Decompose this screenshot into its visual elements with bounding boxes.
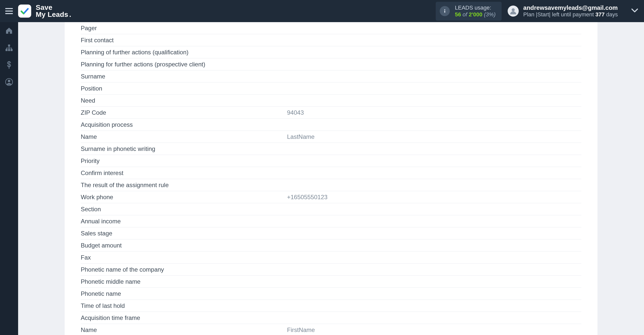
field-row[interactable]: Acquisition time frame (81, 312, 581, 324)
usage-limit: 2'000 (469, 11, 482, 18)
plan-middle: | left until payment (549, 11, 595, 18)
field-row[interactable]: Fax (81, 252, 581, 264)
svg-rect-9 (8, 49, 10, 51)
plan-name: Start (537, 11, 549, 18)
usage-line2: 56 of 2'000 (3%) (455, 11, 496, 18)
person-icon (509, 7, 517, 15)
brand-line1: Save (36, 4, 52, 11)
usage-current: 56 (455, 11, 461, 18)
svg-rect-7 (8, 45, 10, 47)
field-row[interactable]: Pager (81, 22, 581, 34)
sidebar (0, 22, 18, 335)
field-label: Fax (81, 254, 287, 261)
field-label: Acquisition time frame (81, 314, 287, 321)
field-row[interactable]: Work phone+16505550123 (81, 191, 581, 203)
field-row[interactable]: NameFirstName (81, 324, 581, 335)
field-value: LastName (287, 133, 581, 140)
field-label: Position (81, 85, 287, 92)
logo-mark (18, 5, 31, 18)
field-label: Priority (81, 157, 287, 164)
field-label: Annual income (81, 218, 287, 225)
info-icon (440, 6, 450, 16)
field-row[interactable]: NameLastName (81, 131, 581, 143)
svg-rect-8 (6, 49, 8, 51)
field-row[interactable]: Planning for further actions (prospectiv… (81, 58, 581, 70)
svg-point-4 (444, 9, 445, 10)
sitemap-icon (5, 44, 13, 52)
field-row[interactable]: ZIP Code94043 (81, 107, 581, 119)
field-row[interactable]: Surname (81, 70, 581, 82)
field-label: Budget amount (81, 242, 287, 249)
field-label: Sales stage (81, 230, 287, 237)
field-row[interactable]: Acquisition process (81, 119, 581, 131)
sidebar-item-billing[interactable] (0, 56, 18, 73)
usage-pct: (3%) (484, 11, 496, 18)
field-label: Planning of further actions (qualificati… (81, 49, 287, 56)
field-row[interactable]: Surname in phonetic writing (81, 143, 581, 155)
plan-days: 377 (595, 11, 605, 18)
sidebar-item-integrations[interactable] (0, 39, 18, 56)
user-circle-icon (5, 78, 13, 86)
field-row[interactable]: Time of last hold (81, 300, 581, 312)
svg-point-6 (512, 8, 515, 11)
hamburger-menu-button[interactable] (0, 0, 18, 22)
usage-card[interactable]: LEADS usage: 56 of 2'000 (3%) (436, 2, 502, 21)
content: PagerFirst contactPlanning of further ac… (18, 22, 644, 335)
user-menu-caret[interactable] (631, 9, 638, 14)
field-label: First contact (81, 37, 287, 44)
field-row[interactable]: Planning of further actions (qualificati… (81, 46, 581, 58)
field-label: Phonetic name (81, 290, 287, 297)
checkmark-icon (20, 7, 29, 15)
field-label: Work phone (81, 194, 287, 201)
card: PagerFirst contactPlanning of further ac… (65, 22, 597, 335)
sidebar-item-home[interactable] (0, 22, 18, 39)
plan-line: Plan |Start| left until payment 377 days (523, 11, 618, 18)
field-label: The result of the assignment rule (81, 182, 287, 189)
field-row[interactable]: Section (81, 203, 581, 215)
field-label: Section (81, 206, 287, 213)
field-label: Surname (81, 73, 287, 80)
user-menu[interactable]: andrewsavemyleads@gmail.com Plan |Start|… (508, 4, 638, 18)
brand[interactable]: Save My Leads. (18, 4, 71, 18)
avatar (508, 6, 519, 17)
svg-rect-2 (5, 13, 13, 14)
top-bar: Save My Leads. LEADS usage: 56 of 2'000 … (0, 0, 644, 22)
field-value: +16505550123 (287, 194, 581, 201)
dollar-icon (7, 61, 12, 69)
field-row[interactable]: Budget amount (81, 239, 581, 252)
field-row[interactable]: Annual income (81, 215, 581, 227)
field-label: Confirm interest (81, 170, 287, 177)
field-row[interactable]: Need (81, 95, 581, 107)
field-row[interactable]: Priority (81, 155, 581, 167)
field-list: PagerFirst contactPlanning of further ac… (65, 22, 597, 335)
brand-dot: . (69, 11, 71, 18)
field-row[interactable]: First contact (81, 34, 581, 46)
brand-line2: My Leads (36, 11, 68, 18)
field-label: Name (81, 133, 287, 140)
field-label: Name (81, 326, 287, 333)
field-label: Time of last hold (81, 302, 287, 309)
field-row[interactable]: The result of the assignment rule (81, 179, 581, 191)
home-icon (5, 27, 13, 34)
hamburger-icon (5, 8, 13, 14)
svg-rect-1 (5, 11, 13, 12)
plan-prefix: Plan | (523, 11, 537, 18)
field-row[interactable]: Phonetic name (81, 288, 581, 300)
usage-text: LEADS usage: 56 of 2'000 (3%) (455, 4, 496, 18)
field-row[interactable]: Position (81, 82, 581, 95)
field-label: ZIP Code (81, 109, 287, 116)
field-row[interactable]: Phonetic name of the company (81, 264, 581, 276)
field-row[interactable]: Phonetic middle name (81, 276, 581, 288)
plan-suffix: days (605, 11, 618, 18)
sidebar-item-account[interactable] (0, 73, 18, 91)
field-row[interactable]: Confirm interest (81, 167, 581, 179)
chevron-down-icon (631, 9, 638, 13)
field-row[interactable]: Sales stage (81, 227, 581, 239)
field-label: Need (81, 97, 287, 104)
svg-rect-5 (444, 11, 445, 13)
usage-of: of (463, 11, 467, 18)
field-label: Surname in phonetic writing (81, 145, 287, 152)
svg-rect-0 (5, 8, 13, 9)
user-email: andrewsavemyleads@gmail.com (523, 4, 618, 11)
user-lines: andrewsavemyleads@gmail.com Plan |Start|… (523, 4, 618, 18)
